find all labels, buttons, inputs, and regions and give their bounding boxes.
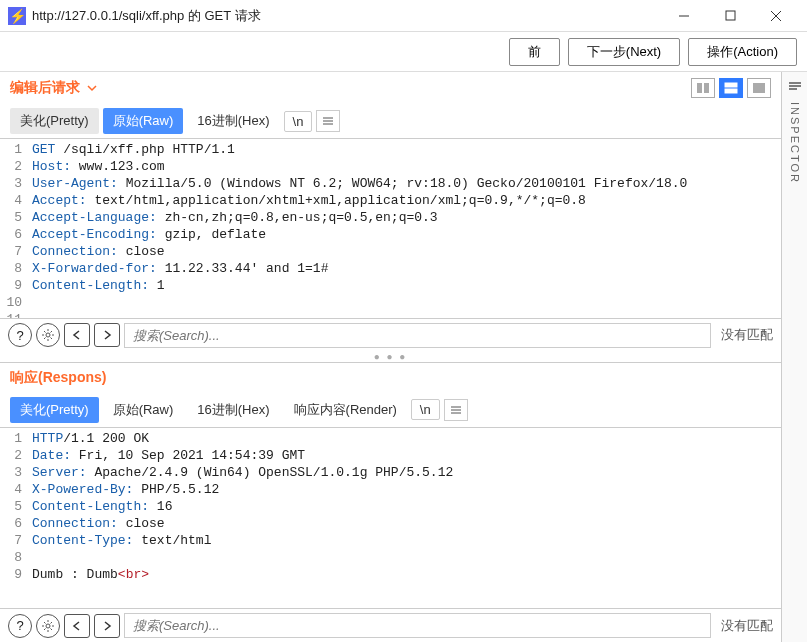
svg-line-17 <box>44 331 46 333</box>
tab-raw[interactable]: 原始(Raw) <box>103 397 184 423</box>
inspector-sidebar[interactable]: INSPECTOR <box>781 72 807 642</box>
svg-point-24 <box>46 624 50 628</box>
tab-pretty[interactable]: 美化(Pretty) <box>10 108 99 134</box>
titlebar: ⚡ http://127.0.0.1/sqli/xff.php 的 GET 请求 <box>0 0 807 32</box>
response-title-label: 响应(Respons) <box>10 369 106 387</box>
gear-icon[interactable] <box>36 323 60 347</box>
tab-render[interactable]: 响应内容(Render) <box>284 397 407 423</box>
tab-hex[interactable]: 16进制(Hex) <box>187 108 279 134</box>
tab-newline[interactable]: \n <box>284 111 313 132</box>
view-single-icon[interactable] <box>747 78 771 98</box>
response-editor[interactable]: 1 2 3 4 5 6 7 8 9 HTTP/1.1 200 OK Date: … <box>0 427 781 609</box>
view-toggles <box>691 78 771 98</box>
tab-pretty[interactable]: 美化(Pretty) <box>10 397 99 423</box>
svg-line-32 <box>44 628 46 630</box>
svg-rect-8 <box>753 83 765 93</box>
svg-point-12 <box>46 333 50 337</box>
request-bottombar: ? 没有匹配 <box>0 318 781 352</box>
svg-line-31 <box>51 622 53 624</box>
svg-rect-7 <box>725 89 737 93</box>
response-code[interactable]: HTTP/1.1 200 OK Date: Fri, 10 Sep 2021 1… <box>28 428 781 609</box>
request-gutter: 1 2 3 4 5 6 7 8 9 10 11 <box>0 139 28 318</box>
main-toolbar: 前 下一步(Next) 操作(Action) <box>0 32 807 72</box>
svg-rect-6 <box>725 83 737 87</box>
tab-newline[interactable]: \n <box>411 399 440 420</box>
request-title-label: 编辑后请求 <box>10 79 80 97</box>
response-tabbar: 美化(Pretty) 原始(Raw) 16进制(Hex) 响应内容(Render… <box>0 393 781 427</box>
app-logo: ⚡ <box>8 7 26 25</box>
response-pane: 响应(Respons) 美化(Pretty) 原始(Raw) 16进制(Hex)… <box>0 362 781 643</box>
request-editor[interactable]: 1 2 3 4 5 6 7 8 9 10 11 GET /sqli/xff.ph… <box>0 138 781 318</box>
chevron-down-icon <box>86 82 98 94</box>
view-split-icon[interactable] <box>719 78 743 98</box>
svg-rect-5 <box>704 83 709 93</box>
window-title: http://127.0.0.1/sqli/xff.php 的 GET 请求 <box>32 7 661 25</box>
svg-rect-4 <box>697 83 702 93</box>
svg-line-29 <box>44 622 46 624</box>
request-tabbar: 美化(Pretty) 原始(Raw) 16进制(Hex) \n <box>0 104 781 138</box>
menu-icon[interactable] <box>316 110 340 132</box>
arrow-right-icon[interactable] <box>94 323 120 347</box>
request-pane: 编辑后请求 美化(Pretty) 原始(Raw) 16进制(Hex) \n 1 … <box>0 72 781 352</box>
inspector-label: INSPECTOR <box>789 102 801 184</box>
request-nomatch-label: 没有匹配 <box>715 326 773 344</box>
response-title: 响应(Respons) <box>10 369 106 387</box>
action-button[interactable]: 操作(Action) <box>688 38 797 66</box>
svg-rect-1 <box>726 11 735 20</box>
menu-icon[interactable] <box>444 399 468 421</box>
gear-icon[interactable] <box>36 614 60 638</box>
response-bottombar: ? 没有匹配 <box>0 608 781 642</box>
svg-line-30 <box>51 628 53 630</box>
svg-line-20 <box>44 338 46 340</box>
response-search-input[interactable] <box>124 613 711 638</box>
svg-line-19 <box>51 331 53 333</box>
inspector-toggle-icon[interactable] <box>787 80 803 92</box>
view-columns-icon[interactable] <box>691 78 715 98</box>
arrow-right-icon[interactable] <box>94 614 120 638</box>
tab-raw[interactable]: 原始(Raw) <box>103 108 184 134</box>
pane-divider[interactable]: ● ● ● <box>0 352 781 362</box>
response-gutter: 1 2 3 4 5 6 7 8 9 <box>0 428 28 609</box>
next-button[interactable]: 下一步(Next) <box>568 38 680 66</box>
arrow-left-icon[interactable] <box>64 614 90 638</box>
request-search-input[interactable] <box>124 323 711 348</box>
prev-button[interactable]: 前 <box>509 38 560 66</box>
arrow-left-icon[interactable] <box>64 323 90 347</box>
close-button[interactable] <box>753 0 799 32</box>
request-title[interactable]: 编辑后请求 <box>10 79 98 97</box>
window-controls <box>661 0 799 32</box>
help-icon[interactable]: ? <box>8 323 32 347</box>
response-nomatch-label: 没有匹配 <box>715 617 773 635</box>
svg-line-18 <box>51 338 53 340</box>
request-code[interactable]: GET /sqli/xff.php HTTP/1.1 Host: www.123… <box>28 139 781 318</box>
maximize-button[interactable] <box>707 0 753 32</box>
help-icon[interactable]: ? <box>8 614 32 638</box>
minimize-button[interactable] <box>661 0 707 32</box>
tab-hex[interactable]: 16进制(Hex) <box>187 397 279 423</box>
